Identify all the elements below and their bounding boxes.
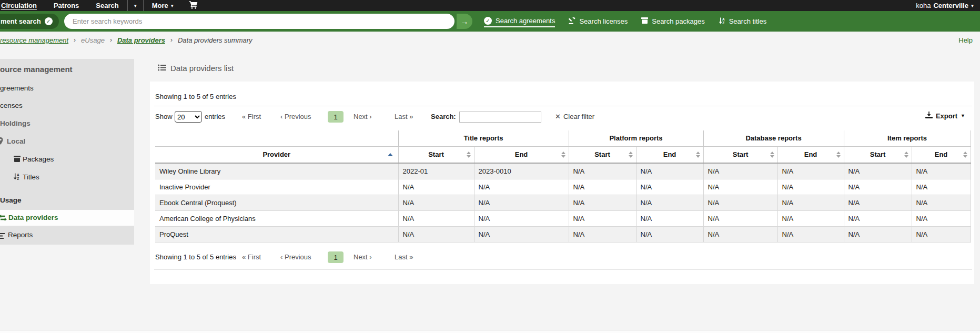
pagination-first-button[interactable]: « First: [242, 113, 261, 120]
table-cell: N/A: [569, 163, 636, 179]
table-cell: N/A: [636, 195, 703, 210]
breadcrumb-link-resource-management[interactable]: resource management: [0, 36, 68, 44]
sort-alpha-icon: AZ: [13, 173, 20, 182]
report-chart-icon: [0, 232, 5, 241]
footer-divider: [0, 330, 980, 333]
search-keywords-input[interactable]: [64, 14, 454, 29]
chevron-double-right-icon: »: [409, 253, 413, 261]
sidebar-item-agreements[interactable]: greements: [0, 84, 134, 93]
erm-sidebar: ource management greements censes Holdin…: [0, 59, 134, 245]
search-licenses-link[interactable]: Search licenses: [569, 16, 628, 27]
list-icon: [158, 64, 166, 73]
table-cell: N/A: [703, 179, 777, 195]
table-cell: N/A: [912, 195, 971, 210]
column-header-end[interactable]: End: [474, 146, 569, 163]
breadcrumb-item-eusage: eUsage: [81, 36, 105, 44]
pagination-next-button[interactable]: Next ›: [353, 113, 372, 120]
column-header-start[interactable]: Start: [844, 146, 912, 163]
sidebar-section-local: Local: [0, 137, 134, 146]
search-agreements-link[interactable]: ✓ Search agreements: [484, 15, 555, 27]
divider: [154, 269, 972, 270]
column-header-start[interactable]: Start: [569, 146, 636, 163]
nav-item-search[interactable]: Search: [87, 0, 127, 11]
sort-icon: [467, 152, 471, 158]
search-packages-link[interactable]: Search packages: [641, 16, 704, 27]
table-cell: N/A: [777, 179, 844, 195]
chevron-down-icon: ▾: [134, 3, 137, 8]
group-header-platform-reports: Platform reports: [569, 130, 703, 146]
page-title: Data providers list: [158, 64, 234, 73]
chevron-left-icon: ‹: [280, 253, 282, 261]
exchange-arrows-icon: [0, 214, 7, 223]
provider-cell: Wiley Online Library: [155, 163, 398, 179]
breadcrumb-separator-icon: ›: [74, 36, 76, 44]
chevron-down-icon: ▾: [171, 3, 174, 8]
table-cell: N/A: [569, 195, 636, 210]
table-cell: N/A: [569, 226, 636, 242]
group-header-item-reports: Item reports: [844, 130, 971, 146]
column-header-end[interactable]: End: [636, 146, 703, 163]
column-header-end[interactable]: End: [777, 146, 844, 163]
export-button[interactable]: Export ▼: [925, 112, 965, 120]
sort-ascending-icon: [388, 153, 393, 156]
table-cell: N/A: [703, 210, 777, 226]
gavel-icon: [569, 17, 575, 26]
provider-cell: American College of Physicians: [155, 210, 398, 226]
help-link[interactable]: Help: [958, 32, 973, 48]
sidebar-item-reports[interactable]: Reports: [0, 230, 134, 239]
pagination-first-button[interactable]: « First: [242, 253, 261, 261]
table-cell: N/A: [844, 163, 912, 179]
sidebar-section-eusage: Usage: [0, 196, 134, 205]
sidebar-item-packages[interactable]: Packages: [0, 155, 134, 164]
search-dropdown-toggle[interactable]: ▾: [127, 0, 144, 11]
column-header-start[interactable]: Start: [398, 146, 474, 163]
cart-button[interactable]: [189, 1, 198, 11]
table-cell: N/A: [703, 226, 777, 242]
svg-text:A: A: [17, 173, 19, 177]
agreement-search-tab[interactable]: ment search ✓: [0, 14, 59, 29]
breadcrumb-separator-icon: ›: [110, 36, 112, 44]
chevron-right-icon: ›: [369, 253, 371, 261]
clear-filter-button[interactable]: ✕ Clear filter: [555, 113, 594, 120]
table-cell: N/A: [474, 195, 569, 210]
column-header-row: Provider Start End Start End Start End S…: [155, 146, 971, 163]
showing-entries-text: Showing 1 to 5 of 5 entries: [155, 93, 236, 100]
download-icon: [925, 112, 933, 120]
divider: [154, 106, 972, 106]
nav-item-more[interactable]: More ▾: [144, 0, 182, 11]
sidebar-item-licenses[interactable]: censes: [0, 101, 134, 110]
arrow-right-icon: →: [461, 17, 469, 26]
page-size-select[interactable]: 20: [175, 111, 202, 123]
table-cell: N/A: [636, 226, 703, 242]
breadcrumb-link-data-providers[interactable]: Data providers: [117, 36, 165, 44]
sort-icon: [963, 152, 967, 158]
search-submit-button[interactable]: →: [457, 14, 472, 29]
chevron-double-left-icon: «: [242, 113, 246, 120]
sidebar-item-data-providers[interactable]: Data providers: [0, 213, 134, 222]
nav-item-circulation[interactable]: Circulation: [0, 0, 45, 11]
table-cell: N/A: [912, 163, 971, 179]
box-icon: [641, 17, 648, 25]
pagination-page-1-button[interactable]: 1: [328, 111, 343, 123]
svg-text:A: A: [722, 17, 725, 21]
pagination-previous-button[interactable]: ‹ Previous: [280, 253, 311, 261]
column-header-provider[interactable]: Provider: [155, 146, 398, 163]
pagination-last-button[interactable]: Last »: [395, 113, 413, 120]
sidebar-item-titles[interactable]: AZ Titles: [0, 173, 134, 181]
pagination-previous-button[interactable]: ‹ Previous: [280, 113, 311, 120]
logged-in-user-menu[interactable]: kohaCenterville ▾: [916, 2, 980, 9]
chevron-double-left-icon: «: [242, 253, 246, 261]
search-filter-label: Search:: [431, 113, 456, 120]
provider-cell: Ebook Central (Proquest): [155, 195, 398, 210]
nav-item-patrons[interactable]: Patrons: [45, 0, 87, 11]
sort-alpha-icon: AZ: [719, 17, 725, 26]
pagination-next-button[interactable]: Next ›: [353, 253, 372, 261]
pagination-page-1-button[interactable]: 1: [328, 251, 343, 263]
pagination-last-button[interactable]: Last »: [395, 253, 413, 261]
search-titles-link[interactable]: AZ Search titles: [719, 16, 767, 27]
table-filter-input[interactable]: [459, 112, 541, 123]
column-header-end[interactable]: End: [912, 146, 971, 163]
group-header-database-reports: Database reports: [703, 130, 844, 146]
column-header-start[interactable]: Start: [703, 146, 777, 163]
search-header-bar: ment search ✓ → ✓ Search agreements Sear…: [0, 11, 980, 32]
